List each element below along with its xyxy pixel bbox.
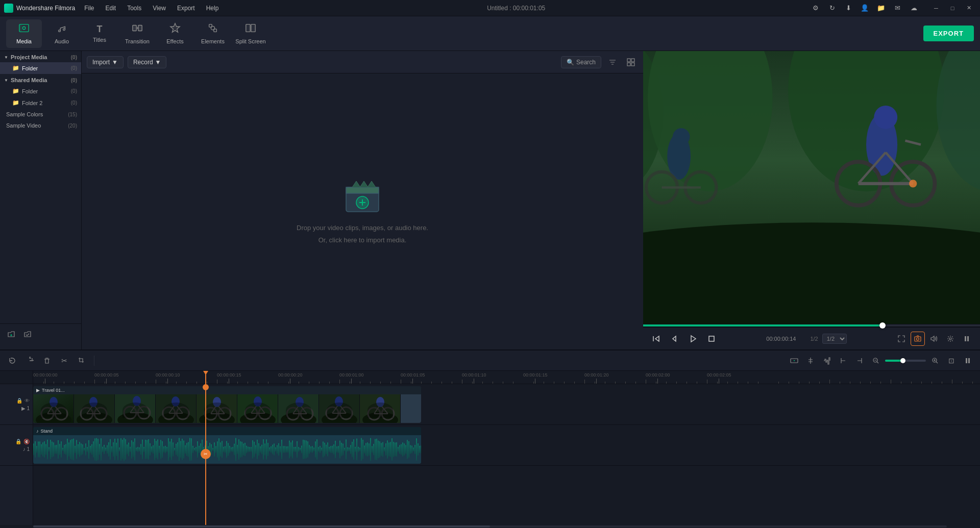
import-dropdown[interactable]: Import ▼: [87, 56, 124, 68]
menu-file[interactable]: File: [79, 3, 99, 14]
volume-button[interactable]: [927, 332, 941, 346]
audio-clip[interactable]: ♪ Stand: [33, 427, 421, 464]
user-icon[interactable]: 👤: [857, 1, 872, 15]
svg-rect-138: [97, 439, 99, 460]
toolbar-transition[interactable]: Transition: [119, 19, 155, 48]
toolbar-media[interactable]: Media: [6, 19, 42, 48]
svg-rect-120: [70, 440, 71, 459]
menu-help[interactable]: Help: [201, 3, 224, 14]
video-clip[interactable]: ▶ Travel 01...: [33, 386, 421, 423]
settings-preview-button[interactable]: [943, 332, 958, 346]
pause-timeline-button[interactable]: [961, 354, 975, 368]
add-folder-button[interactable]: [4, 327, 18, 341]
add-track-button[interactable]: [787, 354, 801, 368]
screenshot-button[interactable]: [911, 332, 925, 346]
menu-view[interactable]: View: [148, 3, 171, 14]
shared-folder-item[interactable]: 📁 Folder (0): [0, 85, 81, 97]
filter-button[interactable]: [605, 55, 620, 69]
timeline-content[interactable]: 00:00:00:00 00:00:00:05 00:00:00:10 00:0…: [33, 371, 980, 525]
delete-button[interactable]: [40, 354, 54, 368]
sample-colors-item[interactable]: Sample Colors (15): [0, 109, 81, 120]
svg-rect-45: [967, 336, 969, 341]
add-smart-album-button[interactable]: [20, 327, 35, 341]
record-dropdown[interactable]: Record ▼: [128, 56, 167, 68]
mark-in-button[interactable]: [836, 354, 850, 368]
progress-thumb[interactable]: [879, 322, 886, 329]
project-media-section[interactable]: ▼ Project Media (0): [0, 51, 81, 62]
project-folder-item[interactable]: 📁 Folder (0): [0, 62, 81, 74]
fullscreen-button[interactable]: [894, 332, 909, 346]
svg-rect-264: [290, 442, 291, 457]
svg-rect-316: [370, 438, 371, 461]
svg-rect-229: [237, 445, 238, 454]
svg-rect-257: [280, 446, 281, 452]
project-media-label: Project Media: [11, 54, 47, 60]
zoom-slider-thumb[interactable]: [900, 358, 905, 363]
cloud-icon[interactable]: ☁: [906, 1, 921, 15]
toolbar-splitscreen[interactable]: Split Screen: [233, 19, 268, 48]
preview-info: 00:00:00:14 1/2 1/2 Full 1/4: [766, 334, 846, 344]
ruler-minor-tick: [697, 382, 697, 384]
refresh-icon[interactable]: ↻: [825, 1, 839, 15]
video-clip-icon: ▶: [36, 388, 40, 393]
zoom-out-button[interactable]: [869, 354, 883, 368]
menu-tools[interactable]: Tools: [122, 3, 146, 14]
progress-track[interactable]: [643, 324, 980, 326]
view-toggle-button[interactable]: [624, 55, 638, 69]
toolbar-effects[interactable]: Effects: [157, 19, 193, 48]
mark-out-button[interactable]: [852, 354, 867, 368]
audio-waveform-button[interactable]: [820, 354, 834, 368]
play-button[interactable]: [686, 332, 700, 346]
svg-rect-273: [304, 440, 305, 459]
zoom-in-button[interactable]: [928, 354, 942, 368]
ratio-select[interactable]: 1/2 Full 1/4: [822, 334, 847, 344]
preview-progress-bar[interactable]: [643, 324, 980, 327]
download-icon[interactable]: ⬇: [841, 1, 855, 15]
svg-rect-226: [232, 447, 233, 452]
svg-rect-340: [407, 440, 408, 459]
crop-button[interactable]: [75, 354, 89, 368]
minimize-button[interactable]: ─: [929, 1, 943, 15]
stop-button[interactable]: [704, 332, 719, 346]
maximize-button[interactable]: □: [945, 1, 960, 15]
svg-point-60: [89, 397, 97, 407]
menu-export[interactable]: Export: [172, 3, 200, 14]
ruler-minor-tick: [972, 382, 973, 384]
close-button[interactable]: ✕: [962, 1, 976, 15]
fit-button[interactable]: ⊡: [944, 354, 959, 368]
svg-rect-215: [215, 446, 216, 453]
settings-icon[interactable]: ⚙: [808, 1, 823, 15]
media-drop-area[interactable]: Drop your video clips, images, or audio …: [82, 73, 643, 349]
toolbar-audio[interactable]: Audio: [44, 19, 80, 48]
toolbar-titles[interactable]: T Titles: [82, 19, 117, 48]
pause-button[interactable]: [960, 332, 974, 346]
ruler-minor-tick: [145, 382, 146, 384]
skip-back-button[interactable]: [649, 332, 664, 346]
playhead-scissors[interactable]: ✂: [201, 449, 211, 459]
snap-button[interactable]: [803, 354, 818, 368]
mail-icon[interactable]: ✉: [890, 1, 904, 15]
svg-rect-276: [309, 445, 310, 454]
ruler-minor-tick: [758, 382, 758, 384]
timeline-right-controls: ⊡: [787, 354, 975, 368]
shared-media-section[interactable]: ▼ Shared Media (0): [0, 74, 81, 85]
shared-folder2-item[interactable]: 📁 Folder 2 (0): [0, 97, 81, 109]
undo-button[interactable]: [5, 354, 19, 368]
redo-button[interactable]: [22, 354, 37, 368]
toolbar-elements[interactable]: Elements: [195, 19, 231, 48]
svg-rect-263: [289, 441, 290, 459]
menu-edit[interactable]: Edit: [101, 3, 121, 14]
svg-point-80: [254, 396, 262, 407]
ruler-minor-tick: [584, 380, 585, 384]
folder-icon[interactable]: 📁: [874, 1, 888, 15]
frame-back-button[interactable]: [668, 332, 682, 346]
svg-rect-348: [419, 446, 420, 453]
eye-icon[interactable]: 👁: [24, 398, 30, 404]
cut-button[interactable]: ✂: [57, 354, 71, 368]
sample-video-item[interactable]: Sample Video (20): [0, 120, 81, 131]
svg-rect-331: [393, 442, 394, 457]
ruler-minor-tick: [829, 380, 830, 384]
audio-mute-icon[interactable]: 🔇: [23, 439, 30, 444]
export-button[interactable]: EXPORT: [923, 26, 974, 41]
search-box[interactable]: 🔍 Search: [561, 56, 601, 68]
